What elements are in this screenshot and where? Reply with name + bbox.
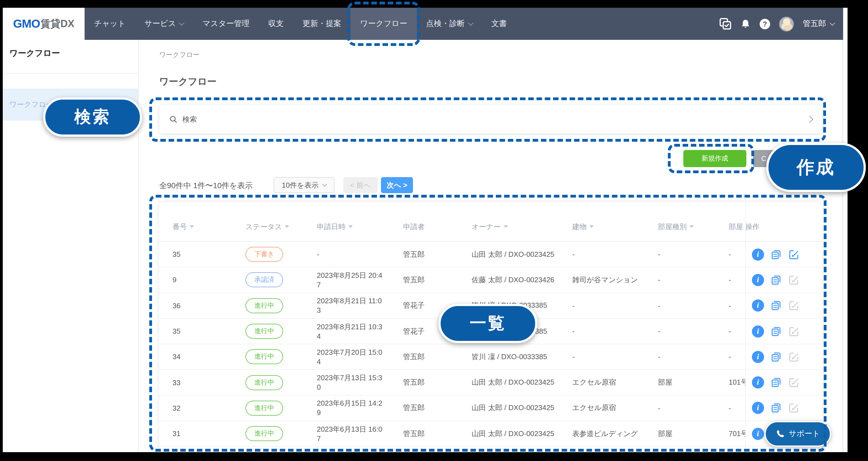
cell-building: - bbox=[572, 301, 658, 310]
cell-room: 101号 bbox=[729, 377, 745, 387]
cell-apply-date: 2023年8月25日 20:47 bbox=[317, 270, 403, 289]
app-logo[interactable]: GMO 賃貸DX bbox=[3, 8, 85, 40]
info-icon[interactable]: i bbox=[752, 428, 764, 440]
avatar[interactable] bbox=[779, 16, 794, 31]
help-icon[interactable]: ? bbox=[760, 19, 770, 29]
nav-item-2[interactable]: サービス bbox=[135, 8, 193, 40]
cell-apply-date: 2023年6月15日 14:29 bbox=[317, 399, 403, 417]
cell-building: エクセル原宿 bbox=[572, 377, 658, 387]
nav-items: チャット サービス マスター管理 収支 更新・提案 ワークフロー 点検・診断 文… bbox=[85, 8, 516, 40]
cell-number: 34 bbox=[173, 353, 245, 361]
column-header-label: 部屋 bbox=[729, 222, 743, 232]
table-column-header[interactable]: オーナー bbox=[472, 222, 572, 232]
sort-caret-icon[interactable] bbox=[589, 225, 594, 228]
sort-caret-icon[interactable] bbox=[503, 225, 508, 228]
cell-actions: i bbox=[745, 447, 822, 452]
cell-apply-date: - bbox=[317, 250, 403, 259]
chevron-down-icon bbox=[830, 20, 835, 25]
table-row: 31 進行中 2023年6月13日 16:07 管五郎 山田 太郎 / DXO-… bbox=[159, 421, 822, 447]
cell-room-type: 部屋 bbox=[658, 377, 729, 387]
cell-number: 9 bbox=[173, 276, 245, 284]
user-menu[interactable]: 管五郎 bbox=[803, 19, 834, 29]
info-icon[interactable]: i bbox=[752, 325, 764, 337]
nav-item-label: 更新・提案 bbox=[303, 19, 341, 29]
nav-item-1[interactable]: チャット bbox=[85, 8, 135, 40]
info-icon[interactable]: i bbox=[752, 351, 764, 363]
sort-caret-icon[interactable] bbox=[285, 225, 289, 228]
nav-item-6[interactable]: ワークフロー bbox=[351, 8, 417, 40]
nav-item-label: 収支 bbox=[269, 19, 284, 29]
fixed-column-divider bbox=[745, 202, 746, 452]
cell-building: 表参道ビルディング bbox=[572, 429, 658, 439]
cell-room: - bbox=[729, 250, 745, 258]
column-header-label: オーナー bbox=[472, 222, 501, 232]
notifications-bell-icon[interactable] bbox=[740, 19, 751, 29]
cell-room-type: 部屋 bbox=[658, 429, 729, 439]
cell-actions: i bbox=[745, 293, 822, 318]
info-icon[interactable]: i bbox=[752, 299, 764, 312]
nav-item-3[interactable]: マスター管理 bbox=[193, 8, 259, 40]
tasks-check-icon[interactable] bbox=[719, 18, 732, 30]
sort-caret-icon[interactable] bbox=[348, 225, 353, 228]
table-column-header[interactable]: 建物 bbox=[572, 222, 658, 232]
table-column-header[interactable]: ステータス bbox=[245, 222, 317, 232]
table-row: 32 進行中 2023年6月15日 14:29 管五郎 山田 太郎 / DXO-… bbox=[159, 396, 822, 422]
cell-applicant: 管五郎 bbox=[403, 249, 472, 259]
column-header-label: 操作 bbox=[745, 222, 760, 232]
logo-gmo-text: GMO bbox=[13, 17, 40, 30]
cell-room: - bbox=[729, 404, 745, 412]
copy-icon[interactable] bbox=[771, 326, 782, 337]
column-header-label: 部屋種別 bbox=[658, 222, 687, 232]
status-badge: 承認済 bbox=[245, 272, 283, 288]
info-icon[interactable]: i bbox=[752, 376, 764, 388]
edit-icon bbox=[788, 300, 800, 311]
cell-building: 雑司が谷マンション bbox=[572, 275, 658, 285]
cell-owner: 佐藤 太郎 / DXO-0023426 bbox=[472, 275, 572, 285]
table-scroll-area: 番号 ステータス 申請日時 申請者 オーナー 建物 部屋種別 部屋 操作 35 … bbox=[139, 40, 847, 452]
phone-icon bbox=[775, 429, 784, 438]
copy-icon[interactable] bbox=[771, 300, 782, 311]
nav-item-7[interactable]: 点検・診断 bbox=[416, 8, 482, 40]
user-name-label: 管五郎 bbox=[803, 19, 826, 29]
cell-actions: i bbox=[745, 396, 822, 421]
cell-building: - bbox=[572, 327, 658, 335]
callout-list: 一覧 bbox=[438, 304, 537, 343]
info-icon[interactable]: i bbox=[752, 248, 764, 260]
table-column-header[interactable]: 番号 bbox=[173, 222, 245, 232]
cell-number: 35 bbox=[173, 250, 245, 258]
table-row: 9 承認済 2023年8月25日 20:47 管五郎 佐藤 太郎 / DXO-0… bbox=[159, 267, 822, 293]
status-badge: 進行中 bbox=[245, 349, 283, 365]
nav-item-8[interactable]: 文書 bbox=[482, 8, 516, 40]
sort-caret-icon[interactable] bbox=[689, 225, 694, 228]
nav-item-label: チャット bbox=[94, 19, 126, 29]
edit-icon bbox=[788, 351, 800, 363]
copy-icon[interactable] bbox=[771, 249, 782, 260]
copy-icon[interactable] bbox=[771, 275, 782, 286]
copy-icon[interactable] bbox=[771, 403, 782, 414]
info-icon[interactable]: i bbox=[752, 274, 764, 286]
cell-owner: 皆川 凜 / DXO-0033385 bbox=[472, 352, 572, 362]
info-icon[interactable]: i bbox=[752, 402, 764, 414]
cell-actions: i bbox=[745, 267, 822, 293]
nav-item-5[interactable]: 更新・提案 bbox=[293, 8, 351, 40]
cell-applicant: 管五郎 bbox=[403, 403, 472, 413]
sort-caret-icon[interactable] bbox=[190, 225, 194, 228]
edit-icon bbox=[788, 377, 800, 388]
edit-icon[interactable] bbox=[788, 249, 800, 260]
copy-icon[interactable] bbox=[771, 351, 782, 363]
support-button[interactable]: サポート bbox=[765, 421, 831, 446]
cell-applicant: 管五郎 bbox=[403, 377, 472, 387]
app-window: GMO 賃貸DX チャット サービス マスター管理 収支 更新・提案 ワークフロ… bbox=[3, 8, 847, 452]
column-header-label: 建物 bbox=[572, 222, 587, 232]
edit-icon bbox=[788, 326, 800, 337]
nav-item-4[interactable]: 収支 bbox=[259, 8, 293, 40]
copy-icon[interactable] bbox=[771, 377, 782, 388]
column-header-label: 申請者 bbox=[403, 222, 425, 232]
table-column-header[interactable]: 申請日時 bbox=[317, 222, 403, 232]
top-navbar: チャット サービス マスター管理 収支 更新・提案 ワークフロー 点検・診断 文… bbox=[85, 8, 843, 40]
table-row: 34 進行中 2023年7月20日 15:04 管五郎 皆川 凜 / DXO-0… bbox=[159, 344, 822, 370]
table-column-header[interactable]: 部屋種別 bbox=[658, 222, 729, 232]
cell-applicant: 管五郎 bbox=[403, 352, 472, 362]
table-row: 33 進行中 2023年7月13日 15:30 管五郎 山田 太郎 / DXO-… bbox=[159, 370, 822, 396]
sidebar-heading: ワークフロー bbox=[3, 40, 138, 58]
